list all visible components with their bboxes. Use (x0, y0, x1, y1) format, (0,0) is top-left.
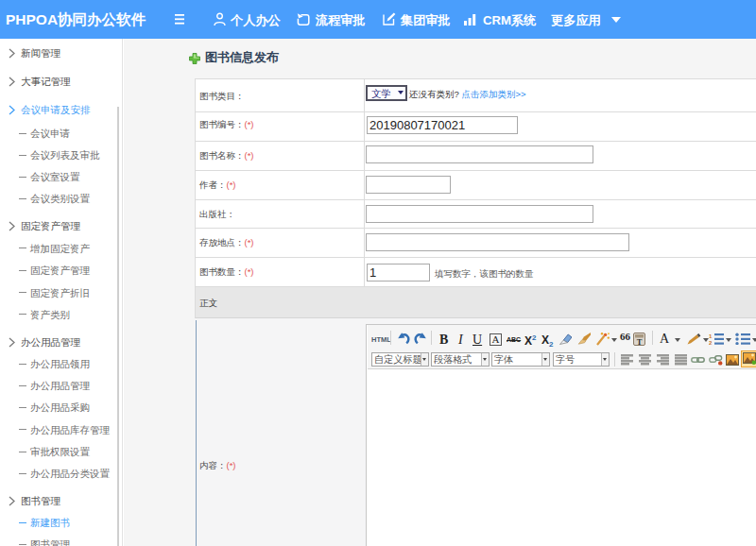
svg-text:2: 2 (709, 340, 713, 345)
svg-text:1: 1 (709, 333, 713, 339)
svg-text:T: T (637, 337, 643, 347)
